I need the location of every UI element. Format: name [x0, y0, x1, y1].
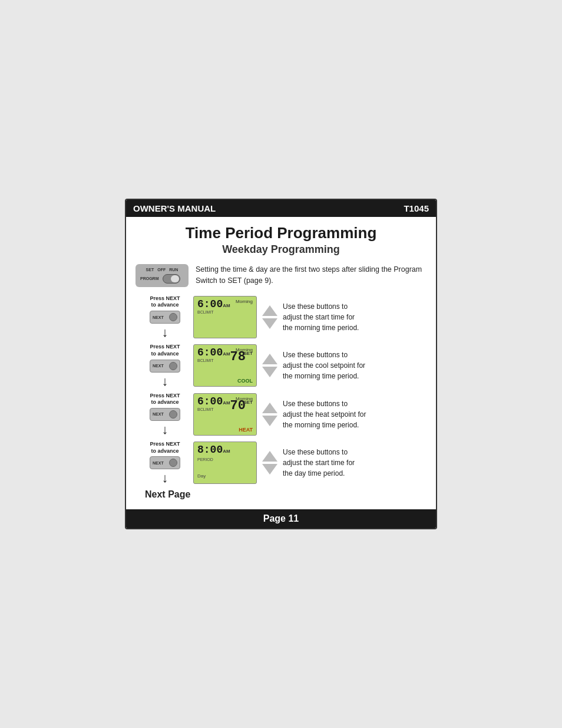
step-row-4: Press NEXTto advance NEXT ↓ 8:00AM PERIO…	[141, 441, 421, 485]
down-arrow-btn-4[interactable]	[262, 464, 277, 475]
run-label: RUN	[169, 268, 178, 272]
content-area: Time Period Programming Weekday Programm…	[126, 217, 436, 510]
arrows-column-3	[262, 403, 278, 426]
next-btn-text-2: NEXT	[153, 364, 164, 368]
display-sub-4: PERIOD	[197, 457, 253, 462]
display-ampm-1: AM	[223, 303, 230, 308]
desc4-line1: Use these buttons to	[283, 448, 348, 456]
display-screen-4: 8:00AM PERIOD Day	[193, 442, 257, 484]
switch-diagram: SET OFF RUN PROGRM	[135, 264, 189, 287]
display-set-label-3: SET	[243, 400, 253, 405]
display-heat-label-3: HEAT	[239, 427, 253, 433]
next-btn-circle-3	[169, 410, 177, 419]
manual-page: OWNER'S MANUAL T1045 Time Period Program…	[125, 199, 437, 530]
next-button-2[interactable]: NEXT	[150, 360, 180, 373]
desc1-line2: adjust the start time for	[283, 313, 355, 321]
intro-text: Setting the time & day are the first two…	[196, 264, 427, 286]
intro-section: SET OFF RUN PROGRM Setting the time & da…	[135, 264, 427, 287]
display-screen-3: 6:00AM Morning BCLIMIT 70 SET HEAT	[193, 393, 257, 436]
steps-container: Press NEXTto advance NEXT ↓ 6:00AM Morni…	[135, 295, 427, 485]
desc4-line2: adjust the start time for	[283, 459, 355, 467]
display-screen-1: 6:00AM Morning BCLIMIT	[193, 296, 257, 338]
step-description-3: Use these buttons to adjust the heat set…	[283, 398, 421, 430]
next-btn-text-3: NEXT	[153, 412, 164, 416]
display-screen-2: 6:00AM Morning BCLIMIT 78 SET COOL	[193, 344, 257, 387]
step-description-2: Use these buttons to adjust the cool set…	[283, 350, 421, 381]
arrows-column-1	[262, 305, 278, 329]
down-arrow-btn-1[interactable]	[262, 318, 277, 329]
display-day-label-4: Day	[197, 473, 206, 479]
switch-row: PROGRM	[140, 274, 184, 284]
display-time-1: 6:00	[197, 299, 223, 309]
display-ampm-3: AM	[223, 400, 230, 406]
desc1-line3: the morning time period.	[283, 324, 359, 332]
up-arrow-btn-2[interactable]	[262, 354, 277, 364]
progrm-label: PROGRM	[140, 276, 159, 281]
step-left-3: Press NEXTto advance NEXT ↓	[141, 393, 189, 436]
sub-title: Weekday Programming	[135, 243, 427, 256]
toggle-knob	[171, 275, 179, 282]
desc3-line3: the morning time period.	[283, 421, 359, 429]
arrow-down-3: ↓	[162, 423, 168, 436]
header-title: OWNER'S MANUAL	[133, 203, 216, 213]
next-btn-circle-4	[169, 459, 177, 467]
display-time-3: 6:00	[197, 396, 223, 407]
desc2-line2: adjust the cool setpoint for	[283, 361, 365, 370]
display-time-4: 8:00	[197, 444, 223, 455]
display-sub-1: BCLIMIT	[197, 310, 253, 314]
arrows-column-2	[262, 354, 278, 377]
arrow-down-1: ↓	[162, 326, 168, 339]
step-description-1: Use these buttons to adjust the start ti…	[283, 301, 421, 333]
switch-labels: SET OFF RUN	[146, 268, 178, 272]
desc1-line1: Use these buttons to	[283, 302, 348, 311]
desc3-line2: adjust the heat setpoint for	[283, 410, 366, 419]
desc2-line3: the morning time period.	[283, 372, 359, 380]
next-btn-circle-2	[169, 362, 177, 370]
set-label: SET	[146, 268, 154, 272]
step-row-1: Press NEXTto advance NEXT ↓ 6:00AM Morni…	[141, 295, 421, 339]
arrow-down-2: ↓	[162, 375, 168, 388]
step-description-4: Use these buttons to adjust the start ti…	[283, 447, 421, 479]
main-title: Time Period Programming	[135, 224, 427, 242]
arrow-down-4: ↓	[162, 472, 168, 485]
footer-bar: Page 11	[126, 509, 436, 528]
press-next-label-4: Press NEXTto advance	[150, 441, 180, 454]
next-button-4[interactable]: NEXT	[150, 456, 180, 469]
off-label: OFF	[157, 268, 166, 272]
footer-text: Page 11	[263, 513, 299, 523]
step-row-3: Press NEXTto advance NEXT ↓ 6:00AM Morni…	[141, 393, 421, 436]
next-page-label: Next Page	[145, 489, 427, 500]
desc4-line3: the day time period.	[283, 469, 345, 477]
press-next-label-2: Press NEXTto advance	[150, 344, 180, 357]
next-btn-text-1: NEXT	[153, 315, 164, 319]
display-ampm-4: AM	[223, 449, 230, 454]
desc2-line1: Use these buttons to	[283, 351, 348, 359]
next-button-1[interactable]: NEXT	[150, 311, 180, 324]
up-arrow-btn-1[interactable]	[262, 305, 277, 316]
arrows-column-4	[262, 451, 278, 475]
step-left-1: Press NEXTto advance NEXT ↓	[141, 295, 189, 339]
down-arrow-btn-3[interactable]	[262, 416, 277, 426]
display-time-2: 6:00	[197, 347, 223, 358]
display-ampm-2: AM	[223, 351, 230, 357]
step-left-4: Press NEXTto advance NEXT ↓	[141, 441, 189, 485]
display-set-label-2: SET	[243, 351, 253, 356]
step-row-2: Press NEXTto advance NEXT ↓ 6:00AM Morni…	[141, 344, 421, 387]
display-period-label-1: Morning	[236, 299, 253, 304]
next-btn-text-4: NEXT	[153, 461, 164, 465]
press-next-label-1: Press NEXTto advance	[150, 295, 180, 309]
toggle-switch[interactable]	[163, 274, 180, 284]
display-cool-label-2: COOL	[237, 378, 253, 384]
desc3-line1: Use these buttons to	[283, 400, 348, 408]
press-next-label-3: Press NEXTto advance	[150, 393, 180, 406]
up-arrow-btn-4[interactable]	[262, 451, 277, 462]
next-btn-circle-1	[169, 313, 177, 321]
header-model: T1045	[404, 203, 429, 213]
header-bar: OWNER'S MANUAL T1045	[126, 200, 436, 217]
step-left-2: Press NEXTto advance NEXT ↓	[141, 344, 189, 387]
down-arrow-btn-2[interactable]	[262, 367, 277, 377]
up-arrow-btn-3[interactable]	[262, 403, 277, 413]
next-button-3[interactable]: NEXT	[150, 408, 180, 421]
